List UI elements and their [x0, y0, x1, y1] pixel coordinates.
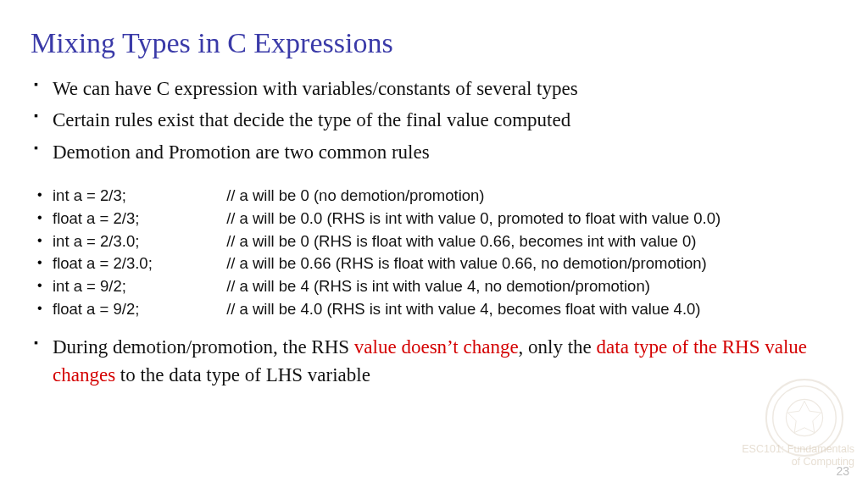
list-item: float a = 2/3; // a will be 0.0 (RHS is …: [53, 208, 837, 230]
list-item: Certain rules exist that decide the type…: [53, 106, 837, 134]
slide: Mixing Types in C Expressions We can hav…: [0, 0, 868, 488]
svg-point-2: [786, 399, 822, 435]
page-number: 23: [836, 464, 849, 478]
list-item: During demotion/promotion, the RHS value…: [53, 333, 837, 390]
list-item: Demotion and Promotion are two common ru…: [53, 138, 837, 166]
list-item: We can have C expression with variables/…: [53, 75, 837, 103]
closing-bullet-list: During demotion/promotion, the RHS value…: [31, 333, 837, 390]
text-run: to the data type of LHS variable: [115, 364, 370, 385]
list-item: float a = 2/3.0; // a will be 0.66 (RHS …: [53, 252, 837, 275]
text-run: , only the: [519, 336, 597, 358]
page-title: Mixing Types in C Expressions: [31, 27, 837, 59]
text-run: ESC101: Fundamentals: [742, 443, 854, 455]
highlight-text: value doesn’t change: [354, 336, 519, 358]
list-item: int a = 2/3.0; // a will be 0 (RHS is fl…: [53, 230, 837, 253]
code-example-list: int a = 2/3; // a will be 0 (no demotion…: [31, 185, 837, 321]
list-item: float a = 9/2; // a will be 4.0 (RHS is …: [53, 298, 837, 321]
svg-point-1: [773, 386, 836, 449]
list-item: int a = 9/2; // a will be 4 (RHS is int …: [53, 275, 837, 298]
list-item: int a = 2/3; // a will be 0 (no demotion…: [53, 185, 837, 208]
text-run: During demotion/promotion, the RHS: [53, 336, 354, 358]
intro-bullet-list: We can have C expression with variables/…: [31, 75, 837, 166]
svg-point-0: [766, 380, 843, 456]
